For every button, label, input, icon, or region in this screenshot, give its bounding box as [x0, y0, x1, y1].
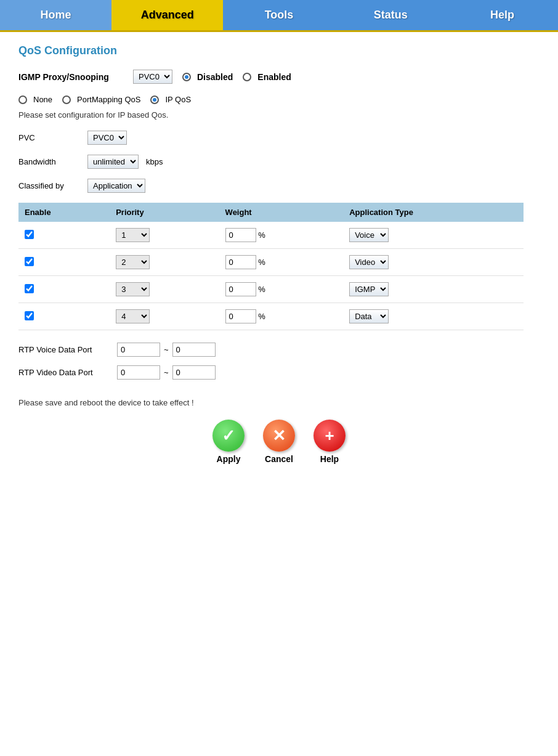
rtp-video-from[interactable] — [117, 365, 160, 380]
cancel-icon: ✕ — [263, 420, 295, 452]
help-button[interactable]: + Help — [313, 420, 346, 464]
weight-input-2[interactable] — [225, 255, 256, 269]
rtp-video-inputs: ~ — [117, 365, 216, 380]
bandwidth-unit: kbps — [146, 157, 163, 166]
qos-none-radio[interactable] — [18, 96, 27, 104]
table-row: 1234 % VoiceVideoIGMPData — [18, 249, 524, 276]
igmp-enabled-group: Enabled — [243, 72, 291, 82]
rtp-voice-inputs: ~ — [117, 343, 216, 357]
rtp-voice-row: RTP Voice Data Port ~ — [18, 343, 540, 357]
qos-mode-row: None PortMapping QoS IP QoS — [18, 95, 540, 104]
app-type-select-2[interactable]: VoiceVideoIGMPData — [349, 255, 389, 269]
qos-ip-label: IP QoS — [165, 95, 191, 104]
apply-icon: ✓ — [212, 420, 245, 452]
bandwidth-select[interactable]: unlimited 128 256 512 1024 — [87, 155, 139, 169]
qos-ip-group: IP QoS — [150, 95, 191, 104]
rtp-video-to[interactable] — [172, 365, 216, 380]
igmp-enabled-label: Enabled — [257, 72, 291, 82]
col-app-type: Application Type — [343, 203, 524, 222]
pvc-select[interactable]: PVC0 PVC1 PVC2 — [87, 131, 127, 145]
priority-select-1[interactable]: 1234 — [116, 228, 150, 242]
main-content: QoS Configuration IGMP Proxy/Snooping PV… — [0, 32, 558, 482]
nav-home[interactable]: Home — [0, 0, 111, 30]
action-buttons: ✓ Apply ✕ Cancel + Help — [18, 420, 540, 464]
igmp-disabled-label: Disabled — [197, 72, 233, 82]
classified-by-row: Classified by Application IP MAC — [18, 179, 540, 193]
qos-ip-radio[interactable] — [150, 96, 159, 104]
weight-input-3[interactable] — [225, 282, 256, 296]
qos-description: Please set configuration for IP based Qo… — [18, 110, 540, 120]
enable-checkbox-1[interactable] — [25, 230, 34, 239]
page-title: QoS Configuration — [18, 44, 540, 57]
enable-checkbox-4[interactable] — [25, 311, 34, 320]
rtp-voice-from[interactable] — [117, 343, 160, 357]
weight-input-1[interactable] — [225, 228, 256, 242]
igmp-label: IGMP Proxy/Snooping — [18, 72, 123, 82]
qos-portmapping-radio[interactable] — [62, 96, 71, 104]
qos-portmapping-label: PortMapping QoS — [77, 95, 140, 104]
nav-help[interactable]: Help — [447, 0, 558, 30]
priority-select-4[interactable]: 1234 — [116, 309, 150, 323]
col-priority: Priority — [110, 203, 219, 222]
rtp-video-row: RTP Video Data Port ~ — [18, 365, 540, 380]
qos-none-group: None — [18, 95, 52, 104]
cancel-label: Cancel — [265, 454, 293, 464]
igmp-disabled-group: Disabled — [182, 72, 233, 82]
table-row: 1234 % VoiceVideoIGMPData — [18, 222, 524, 249]
priority-select-2[interactable]: 1234 — [116, 255, 150, 269]
col-weight: Weight — [219, 203, 344, 222]
rtp-video-label: RTP Video Data Port — [18, 368, 117, 377]
table-row: 1234 % VoiceVideoIGMPData — [18, 303, 524, 330]
app-type-select-3[interactable]: VoiceVideoIGMPData — [349, 282, 389, 296]
igmp-enabled-radio[interactable] — [243, 73, 251, 81]
rtp-voice-label: RTP Voice Data Port — [18, 345, 117, 354]
app-type-select-1[interactable]: VoiceVideoIGMPData — [349, 228, 389, 242]
enable-checkbox-2[interactable] — [25, 257, 34, 266]
weight-percent-1: % — [258, 230, 265, 240]
weight-percent-2: % — [258, 258, 265, 267]
rtp-voice-to[interactable] — [172, 343, 216, 357]
weight-input-4[interactable] — [225, 309, 256, 323]
qos-none-label: None — [33, 95, 52, 104]
rtp-video-separator: ~ — [164, 368, 169, 377]
weight-percent-4: % — [258, 312, 265, 321]
igmp-row: IGMP Proxy/Snooping PVC0 PVC1 PVC2 Disab… — [18, 70, 540, 84]
weight-percent-3: % — [258, 285, 265, 294]
pvc-label: PVC — [18, 133, 80, 142]
igmp-pvc-select[interactable]: PVC0 PVC1 PVC2 — [133, 70, 172, 84]
col-enable: Enable — [18, 203, 110, 222]
enable-checkbox-3[interactable] — [25, 284, 34, 293]
nav-bar: Home Advanced Tools Status Help — [0, 0, 558, 32]
priority-select-3[interactable]: 1234 — [116, 282, 150, 296]
cancel-button[interactable]: ✕ Cancel — [263, 420, 295, 464]
nav-tools[interactable]: Tools — [223, 0, 334, 30]
notice-text: Please save and reboot the device to tak… — [18, 398, 540, 407]
bandwidth-label: Bandwidth — [18, 157, 80, 166]
help-icon: + — [313, 420, 346, 452]
classified-by-select[interactable]: Application IP MAC — [87, 179, 145, 193]
bandwidth-row: Bandwidth unlimited 128 256 512 1024 kbp… — [18, 155, 540, 169]
help-label: Help — [320, 454, 339, 464]
pvc-row: PVC PVC0 PVC1 PVC2 — [18, 131, 540, 145]
nav-status[interactable]: Status — [335, 0, 447, 30]
classified-by-label: Classified by — [18, 181, 80, 190]
apply-button[interactable]: ✓ Apply — [212, 420, 245, 464]
table-row: 1234 % VoiceVideoIGMPData — [18, 276, 524, 303]
config-table: Enable Priority Weight Application Type … — [18, 203, 524, 330]
apply-label: Apply — [217, 454, 241, 464]
igmp-disabled-radio[interactable] — [182, 73, 191, 81]
rtp-voice-separator: ~ — [164, 345, 169, 354]
nav-advanced[interactable]: Advanced — [111, 0, 223, 30]
app-type-select-4[interactable]: VoiceVideoIGMPData — [349, 309, 389, 323]
qos-portmapping-group: PortMapping QoS — [62, 95, 140, 104]
